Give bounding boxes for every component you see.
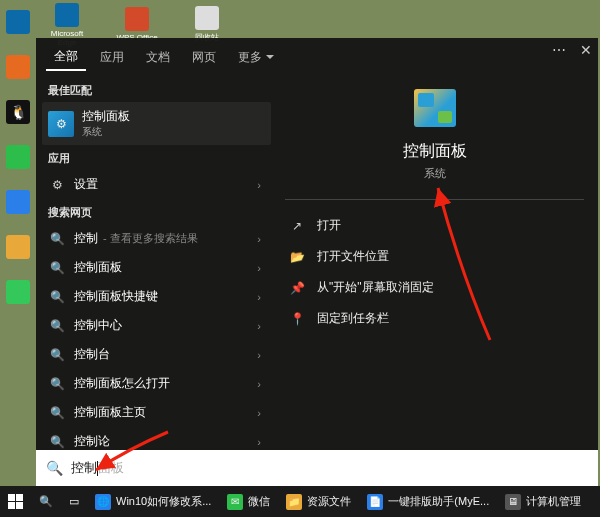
chevron-right-icon: ›	[257, 291, 261, 303]
web-result-text: 控制面板怎么打开	[74, 375, 172, 392]
taskbar-app[interactable]: 🌐Win10如何修改系...	[87, 486, 219, 517]
divider	[285, 199, 584, 200]
desktop: 🐧	[0, 0, 36, 517]
gear-icon: ⚙	[50, 178, 64, 192]
taskbar: 🔍 ▭ 🌐Win10如何修改系...✉微信📁资源文件📄一键排版助手(MyE...…	[0, 486, 600, 517]
action-icon: 📌	[289, 281, 305, 295]
app-icon: 📄	[367, 494, 383, 510]
desktop-icon[interactable]	[0, 0, 36, 45]
web-result-text: 控制论	[74, 433, 112, 450]
web-result-item[interactable]: 🔍控制面板主页›	[42, 398, 271, 427]
preview-pane: 控制面板 系统 ↗打开📂打开文件位置📌从"开始"屏幕取消固定📍固定到任务栏	[271, 71, 598, 450]
control-panel-large-icon	[414, 89, 456, 127]
action-icon: ↗	[289, 219, 305, 233]
web-result-text: 控制面板快捷键	[74, 288, 160, 305]
web-result-text: 控制台	[74, 346, 112, 363]
web-result-item[interactable]: 🔍控制面板›	[42, 253, 271, 282]
web-result-item[interactable]: 🔍控制面板怎么打开›	[42, 369, 271, 398]
web-header: 搜索网页	[42, 199, 271, 224]
windows-logo-icon	[8, 494, 23, 509]
web-result-text: 控制中心	[74, 317, 124, 334]
web-result-item[interactable]: 🔍控制论›	[42, 427, 271, 450]
web-result-text: 控制面板	[74, 259, 124, 276]
apps-header: 应用	[42, 145, 271, 170]
action-label: 固定到任务栏	[317, 310, 389, 327]
desktop-icon[interactable]: 🐧	[0, 90, 36, 135]
search-bar[interactable]: 🔍 控制面板	[36, 450, 598, 486]
taskbar-app-label: 计算机管理	[526, 494, 581, 509]
preview-subtitle: 系统	[424, 166, 446, 181]
settings-item[interactable]: ⚙ 设置 ›	[42, 170, 271, 199]
tab-all[interactable]: 全部	[46, 44, 86, 71]
preview-title: 控制面板	[403, 141, 467, 162]
taskbar-app-label: 一键排版助手(MyE...	[388, 494, 489, 509]
start-button[interactable]	[0, 486, 31, 517]
taskbar-app-label: 资源文件	[307, 494, 351, 509]
tab-more[interactable]: 更多	[230, 45, 282, 70]
chevron-right-icon: ›	[257, 407, 261, 419]
action-icon: 📂	[289, 250, 305, 264]
chevron-right-icon: ›	[257, 320, 261, 332]
app-icon: 🌐	[95, 494, 111, 510]
web-result-item[interactable]: 🔍控制中心›	[42, 311, 271, 340]
search-icon: 🔍	[50, 232, 64, 246]
preview-action[interactable]: ↗打开	[285, 210, 584, 241]
search-icon: 🔍	[50, 319, 64, 333]
action-icon: 📍	[289, 312, 305, 326]
web-result-item[interactable]: 🔍控制面板快捷键›	[42, 282, 271, 311]
search-icon: 🔍	[50, 377, 64, 391]
web-result-item[interactable]: 🔍控制 - 查看更多搜索结果›	[42, 224, 271, 253]
search-icon: 🔍	[50, 290, 64, 304]
taskbar-app[interactable]: ✉微信	[219, 486, 278, 517]
search-value: 控制	[71, 459, 97, 477]
search-icon: 🔍	[50, 348, 64, 362]
search-icon: 🔍	[39, 495, 53, 508]
preview-action[interactable]: 📂打开文件位置	[285, 241, 584, 272]
best-match-item[interactable]: ⚙ 控制面板 系统	[42, 102, 271, 145]
task-view-icon: ▭	[69, 495, 79, 508]
taskbar-app[interactable]: 📄一键排版助手(MyE...	[359, 486, 497, 517]
desktop-icon[interactable]	[0, 225, 36, 270]
chevron-right-icon: ›	[257, 262, 261, 274]
taskbar-search-button[interactable]: 🔍	[31, 486, 61, 517]
app-icon: 🖥	[505, 494, 521, 510]
search-icon: 🔍	[50, 406, 64, 420]
settings-label: 设置	[74, 176, 98, 193]
preview-action[interactable]: 📍固定到任务栏	[285, 303, 584, 334]
desktop-icon[interactable]	[0, 270, 36, 315]
app-icon: ✉	[227, 494, 243, 510]
desktop-icon[interactable]	[0, 180, 36, 225]
chevron-right-icon: ›	[257, 436, 261, 448]
app-icon: 📁	[286, 494, 302, 510]
results-column: 最佳匹配 ⚙ 控制面板 系统 应用 ⚙ 设置 › 搜索网页 🔍控制 - 查看更多…	[36, 71, 271, 450]
action-label: 打开文件位置	[317, 248, 389, 265]
chevron-right-icon: ›	[257, 233, 261, 245]
more-options-icon[interactable]: ⋯	[552, 42, 566, 58]
preview-action[interactable]: 📌从"开始"屏幕取消固定	[285, 272, 584, 303]
best-match-header: 最佳匹配	[42, 77, 271, 102]
desktop-icon[interactable]	[0, 135, 36, 180]
chevron-right-icon: ›	[257, 349, 261, 361]
web-result-text: 控制 - 查看更多搜索结果	[74, 230, 198, 247]
tab-apps[interactable]: 应用	[92, 45, 132, 70]
web-result-item[interactable]: 🔍控制台›	[42, 340, 271, 369]
search-ghost: 面板	[98, 459, 124, 477]
best-match-title: 控制面板	[82, 108, 130, 125]
desktop-row: Microsoft Edge WPS Office 回收站	[36, 0, 598, 38]
best-match-subtitle: 系统	[82, 125, 130, 139]
desktop-icon[interactable]	[0, 45, 36, 90]
tab-web[interactable]: 网页	[184, 45, 224, 70]
web-result-text: 控制面板主页	[74, 404, 148, 421]
taskbar-app[interactable]: 🖥计算机管理	[497, 486, 589, 517]
task-view-button[interactable]: ▭	[61, 486, 87, 517]
taskbar-app-label: Win10如何修改系...	[116, 494, 211, 509]
taskbar-app[interactable]: 📁资源文件	[278, 486, 359, 517]
action-label: 从"开始"屏幕取消固定	[317, 279, 434, 296]
control-panel-icon: ⚙	[48, 111, 74, 137]
action-label: 打开	[317, 217, 341, 234]
chevron-right-icon: ›	[257, 378, 261, 390]
taskbar-app-label: 微信	[248, 494, 270, 509]
tab-docs[interactable]: 文档	[138, 45, 178, 70]
chevron-right-icon: ›	[257, 179, 261, 191]
close-icon[interactable]: ✕	[580, 42, 592, 58]
